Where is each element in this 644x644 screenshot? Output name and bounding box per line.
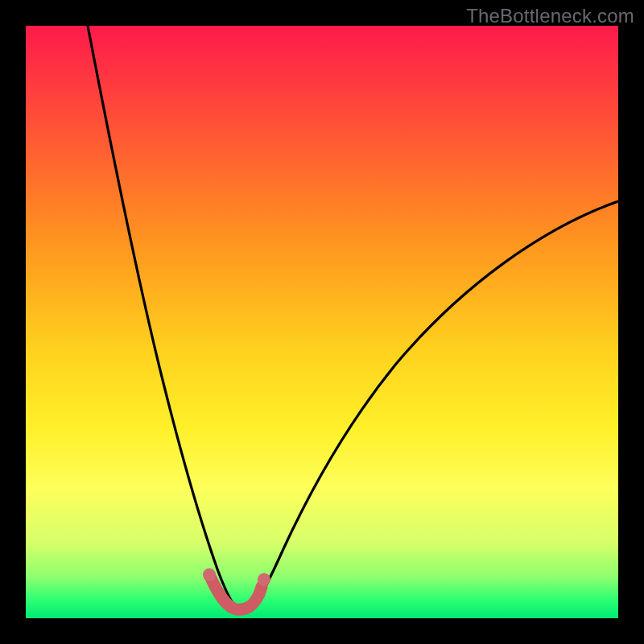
left-curve bbox=[88, 26, 237, 609]
chart-frame: TheBottleneck.com bbox=[0, 0, 644, 644]
right-curve bbox=[253, 201, 618, 609]
valley-marker-dot-right bbox=[258, 573, 270, 586]
valley-marker-line bbox=[210, 576, 262, 609]
watermark: TheBottleneck.com bbox=[466, 5, 634, 27]
chart-svg bbox=[26, 26, 618, 618]
valley-marker-dot-left bbox=[203, 568, 216, 581]
